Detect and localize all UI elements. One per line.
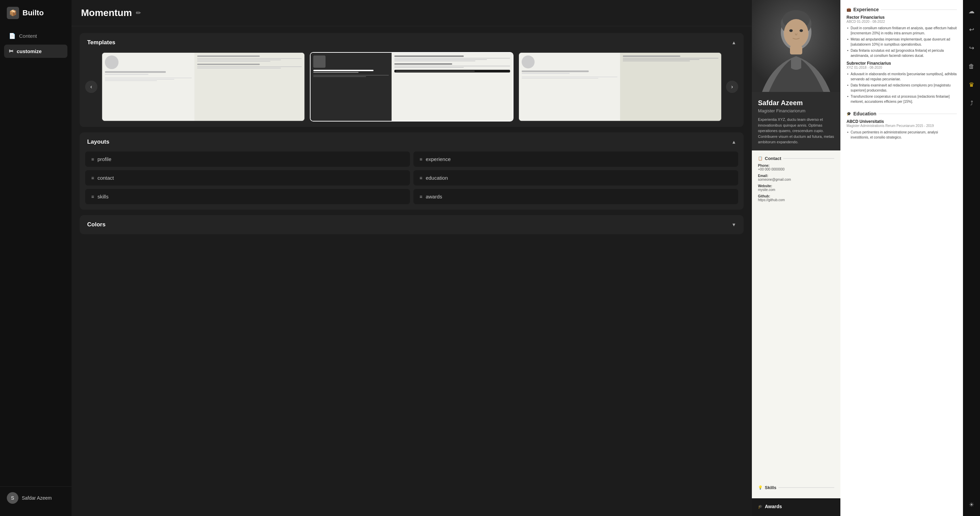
carousel-next-button[interactable]: › <box>726 81 738 93</box>
template-thumb-3 <box>519 53 721 121</box>
colors-chevron-icon: ▼ <box>732 222 736 227</box>
edu-degree: Magister Administrationis Rerum Pecuniar… <box>846 124 957 128</box>
education-title: 🎓 Education <box>846 111 957 116</box>
template-card-1[interactable] <box>102 52 305 122</box>
resume-content: Safdar Azeem Magister Financiariorum Exp… <box>752 0 963 516</box>
resume-photo <box>752 0 840 92</box>
job-title-2: Subrector Financiarius <box>846 61 957 66</box>
contact-website: Website: mysite.com <box>758 184 834 192</box>
share-icon[interactable]: ⤴ <box>966 97 977 109</box>
sidebar-item-label-content: Content <box>19 33 37 39</box>
templates-section: Templates ▲ ‹ <box>80 33 744 127</box>
layout-item-skills[interactable]: ≡ skills <box>85 189 410 204</box>
contact-github: Github: https://github.com <box>758 194 834 202</box>
contact-email: Email: someone@gmail.com <box>758 174 834 181</box>
resume-panel: Safdar Azeem Magister Financiariorum Exp… <box>752 0 963 516</box>
job-bullet-1-1: Duxit in consilium rationum finitiarum e… <box>846 25 957 36</box>
resume-job-title-main: Magister Financiariorum <box>758 108 834 113</box>
awards-block: 🎓 Awards <box>752 498 840 516</box>
contact-website-value: mysite.com <box>758 188 834 192</box>
sidebar-nav: 📄 Content ✂ customize <box>0 29 72 486</box>
avatar-initial: S <box>11 495 14 501</box>
templates-section-header[interactable]: Templates ▲ <box>80 33 744 52</box>
edit-icon[interactable]: ✏ <box>136 9 141 17</box>
job-bullet-2-1: Adiuvavit in elaborandis et monitoriis [… <box>846 71 957 82</box>
sidebar-item-customize[interactable]: ✂ customize <box>4 44 67 58</box>
content-icon: 📄 <box>9 33 16 39</box>
job-title-1: Rector Financiarius <box>846 15 957 20</box>
right-icons-bar: ☁ ↩ ↪ 🗑 ♛ ⤴ ☀ <box>963 0 980 516</box>
layout-item-contact[interactable]: ≡ contact <box>85 170 410 186</box>
layouts-section-header[interactable]: Layouts ▲ <box>80 132 744 151</box>
crown-icon[interactable]: ♛ <box>966 79 977 90</box>
layout-item-education[interactable]: ≡ education <box>414 170 738 186</box>
layouts-section-content: ≡ profile ≡ experience ≡ contact ≡ educa… <box>80 151 744 210</box>
layout-item-profile[interactable]: ≡ profile <box>85 151 410 167</box>
templates-chevron-icon: ▲ <box>732 40 736 45</box>
theme-toggle-icon[interactable]: ☀ <box>966 499 977 511</box>
sidebar-item-label-customize: customize <box>17 48 41 54</box>
layout-handle-icon: ≡ <box>420 157 422 162</box>
undo-icon[interactable]: ↩ <box>966 24 977 35</box>
awards-title: 🎓 Awards <box>758 504 834 509</box>
job-bullet-2-3: Transfunctione cooperatus est ut process… <box>846 94 957 104</box>
resume-name: Safdar Azeem <box>758 99 834 107</box>
resume-skills-block: 💡 Skills <box>752 479 840 498</box>
svg-point-6 <box>784 19 808 48</box>
contact-phone-label: Phone: <box>758 164 834 167</box>
resume-left-column: Safdar Azeem Magister Financiariorum Exp… <box>752 0 840 516</box>
template-thumb-2 <box>310 53 513 121</box>
resume-bio: Experientia XYZ, ductu team diverso et i… <box>758 117 834 145</box>
skills-section-title: 💡 Skills <box>758 485 834 490</box>
customize-panel: Templates ▲ ‹ <box>72 26 752 516</box>
template-card-2[interactable] <box>310 52 514 122</box>
redo-icon[interactable]: ↪ <box>966 42 977 54</box>
layout-label-contact: contact <box>97 175 114 181</box>
layout-handle-icon: ≡ <box>420 194 422 200</box>
layout-item-awards[interactable]: ≡ awards <box>414 189 738 204</box>
job-bullet-1-3: Data finitaria scrutatus est ad [prognos… <box>846 48 957 58</box>
layout-item-experience[interactable]: ≡ experience <box>414 151 738 167</box>
layout-label-profile: profile <box>97 156 111 162</box>
layout-label-education: education <box>426 175 448 181</box>
logo-text: Builto <box>22 8 44 17</box>
layout-label-skills: skills <box>97 194 109 200</box>
resume-name-block: Safdar Azeem Magister Financiariorum Exp… <box>752 92 840 151</box>
templates-list <box>102 52 722 122</box>
layout-label-experience: experience <box>426 156 450 162</box>
layouts-grid: ≡ profile ≡ experience ≡ contact ≡ educa… <box>85 151 738 204</box>
logo-icon: 📦 <box>7 7 19 19</box>
sidebar-item-content[interactable]: 📄 Content <box>4 29 67 43</box>
carousel-prev-button[interactable]: ‹ <box>85 81 97 93</box>
contact-phone-value: +00 000 0000000 <box>758 167 834 171</box>
main-panel: Momentum ✏ Templates ▲ ‹ <box>72 0 752 516</box>
job-bullet-2-2: Data finitaria examinavit ad redactiones… <box>846 83 957 93</box>
job-sub-2: XYZ 01-2018 - 08-2020 <box>846 66 957 70</box>
layout-label-awards: awards <box>426 194 442 200</box>
contact-email-value: someone@gmail.com <box>758 178 834 181</box>
colors-section-label: Colors <box>87 221 105 228</box>
template-card-3[interactable] <box>518 52 722 122</box>
sidebar-username: Safdar Azeem <box>22 495 52 501</box>
contact-website-label: Website: <box>758 184 834 188</box>
cloud-icon[interactable]: ☁ <box>966 5 977 17</box>
resume-right-column: 💼 Experience Rector Financiarius ABCD 01… <box>840 0 963 516</box>
svg-point-8 <box>800 29 803 32</box>
colors-section: Colors ▼ <box>80 215 744 234</box>
job-bullet-1-2: Metas ad amputandas impensas implementav… <box>846 37 957 47</box>
trash-icon[interactable]: 🗑 <box>966 60 977 72</box>
sidebar-user[interactable]: S Safdar Azeem <box>0 486 72 509</box>
contact-phone: Phone: +00 000 0000000 <box>758 164 834 171</box>
svg-point-7 <box>789 29 793 32</box>
customize-icon: ✂ <box>9 48 13 54</box>
templates-carousel: ‹ <box>85 52 738 122</box>
sidebar: 📦 Builto 📄 Content ✂ customize S Safdar … <box>0 0 72 516</box>
resume-contact-block: 📋 Contact Phone: +00 000 0000000 Email: … <box>752 151 840 480</box>
contact-section-title: 📋 Contact <box>758 156 834 161</box>
templates-section-content: ‹ <box>80 52 744 127</box>
colors-section-header[interactable]: Colors ▼ <box>80 215 744 234</box>
contact-github-value: https://github.com <box>758 198 834 202</box>
layout-handle-icon: ≡ <box>420 175 422 181</box>
layout-handle-icon: ≡ <box>91 194 94 200</box>
page-title: Momentum <box>81 8 132 18</box>
